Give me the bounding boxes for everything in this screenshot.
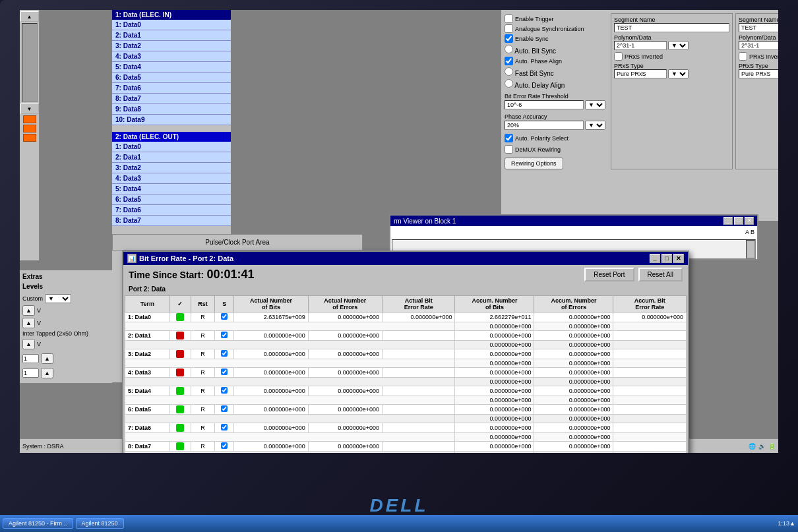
channel-item-data4-ana[interactable]: 5: Data4: [112, 184, 231, 194]
seg2-name-value[interactable]: TEST: [739, 23, 778, 32]
cell-rst[interactable]: R: [191, 368, 214, 378]
up-btn-3[interactable]: ▲: [22, 339, 35, 349]
reset-port-btn[interactable]: Reset Port: [584, 268, 634, 281]
auto-polarity-cb[interactable]: [505, 134, 513, 142]
seg1-name-label: Segment Name: [614, 16, 729, 23]
status-icons: 🌐 🔊 🔋: [749, 443, 776, 450]
ber-data-table: Term ✓ Rst S Actual Number of Bits: [125, 295, 687, 453]
ber-threshold-select[interactable]: ▼: [585, 100, 605, 109]
input-field-2[interactable]: [22, 369, 39, 378]
auto-delay-radio[interactable]: [505, 79, 513, 88]
enable-trigger-cb[interactable]: [505, 15, 513, 23]
cell-rst[interactable]: R: [191, 405, 214, 415]
ber-header-bar: Time Since Start: 00:01:41 Reset Port Re…: [123, 265, 688, 284]
up-btn-1[interactable]: ▲: [22, 305, 35, 316]
seg1-prxs-cb[interactable]: [614, 52, 623, 61]
channel-item-data1-ana[interactable]: 2: Data1: [112, 152, 231, 163]
rewiring-options-btn[interactable]: Rewiring Options: [505, 158, 563, 169]
spin-up-2[interactable]: ▲: [41, 368, 53, 378]
cell-empty: [125, 359, 455, 368]
ber-threshold-input[interactable]: 10^-6: [505, 100, 584, 109]
seg1-poly-select[interactable]: ▼: [668, 41, 689, 50]
channel-item-data2-ana[interactable]: 3: Data2: [112, 163, 231, 173]
segment-panel-1: Segment Name TEST Polynom/Data 2^31-1 ▼: [611, 13, 733, 169]
seg1-name-value[interactable]: TEST: [614, 23, 729, 32]
channel-item-data0-gen[interactable]: 1: Data0: [112, 20, 231, 30]
reset-all-btn[interactable]: Reset All: [638, 268, 683, 281]
channel-item-data6-ana[interactable]: 7: Data6: [112, 205, 231, 216]
enable-sync-cb[interactable]: [505, 34, 513, 43]
channel-item-data7-gen[interactable]: 8: Data7: [112, 94, 231, 104]
cell-s[interactable]: [215, 442, 234, 452]
cell-actual-ber: [382, 331, 454, 341]
channel-item-data7-ana[interactable]: 8: Data7: [112, 216, 231, 226]
ber-titlebar: 📊 Bit Error Rate - Port 2: Data _ □ ✕: [123, 252, 688, 265]
cell-accum-errors: 0.000000e+000: [534, 331, 613, 341]
up-btn-2[interactable]: ▲: [22, 318, 35, 328]
cell-rst[interactable]: R: [191, 312, 214, 322]
cell-s[interactable]: [215, 405, 234, 415]
cell-s[interactable]: [215, 386, 234, 396]
cell-rst[interactable]: R: [191, 423, 214, 433]
cell-rst[interactable]: R: [191, 386, 214, 396]
cell-s[interactable]: [215, 312, 234, 322]
seg2-name-label: Segment Name: [739, 16, 778, 23]
cell-rst[interactable]: R: [191, 349, 214, 359]
scroll-down-btn[interactable]: ▼: [20, 103, 39, 114]
taskbar-btn-firm[interactable]: Agilent 81250 - Firm...: [3, 518, 73, 529]
cell-rst[interactable]: R: [191, 331, 214, 341]
fast-bit-sync-radio[interactable]: [505, 67, 513, 76]
ber-maximize-btn[interactable]: □: [661, 254, 672, 263]
channel-item-data5-ana[interactable]: 6: Data5: [112, 194, 231, 205]
phase-accuracy-select[interactable]: ▼: [585, 121, 605, 130]
channel-item-data3-ana[interactable]: 4: Data3: [112, 173, 231, 184]
cell-led: [169, 368, 191, 378]
enable-trigger-row: Enable Trigger: [505, 15, 605, 23]
seg1-poly-value[interactable]: 2^31-1: [614, 41, 667, 50]
demux-rewiring-cb[interactable]: [505, 145, 513, 154]
viewer-scrollbar[interactable]: [746, 240, 755, 258]
channel-item-data6-gen[interactable]: 7: Data6: [112, 83, 231, 94]
spin-up-1[interactable]: ▲: [41, 353, 53, 364]
cell-s[interactable]: [215, 423, 234, 433]
auto-polarity-row: Auto. Polarity Select: [505, 134, 605, 142]
cell-empty: [125, 452, 455, 454]
channel-item-data8-gen[interactable]: 9: Data8: [112, 104, 231, 115]
channel-item-data3-gen[interactable]: 4: Data3: [112, 51, 231, 62]
phase-accuracy-input[interactable]: 20%: [505, 121, 584, 130]
seg1-prxs-type-value[interactable]: Pure PRxS: [614, 69, 667, 78]
auto-sync-cb[interactable]: [505, 24, 513, 33]
viewer-min-btn[interactable]: _: [723, 217, 733, 225]
cell-s[interactable]: [215, 331, 234, 341]
channel-item-data2-gen[interactable]: 3: Data2: [112, 41, 231, 51]
cell-accum-errors: 0.000000e+000: [534, 442, 613, 452]
viewer-titlebar: rm Viewer on Block 1 _ □ ✕: [390, 216, 757, 226]
volume-icon: 🔊: [758, 443, 766, 450]
viewer-close-btn[interactable]: ✕: [745, 217, 754, 225]
cell-led: [169, 331, 191, 341]
seg1-prxs-type-select[interactable]: ▼: [668, 69, 689, 78]
cell-s[interactable]: [215, 349, 234, 359]
channel-item-data5-gen[interactable]: 6: Data5: [112, 73, 231, 83]
channel-item-data9-gen[interactable]: 10: Data9: [112, 115, 231, 125]
table-row: 5: Data4 R 0.000000e+000 0.000000e+000 0…: [125, 386, 687, 396]
channel-item-data4-gen[interactable]: 5: Data4: [112, 62, 231, 73]
cell-rst[interactable]: R: [191, 442, 214, 452]
seg2-poly-value[interactable]: 2^31-1: [739, 41, 778, 50]
auto-phase-cb[interactable]: [505, 57, 513, 65]
ber-close-btn[interactable]: ✕: [673, 254, 684, 263]
channel-item-data0-ana[interactable]: 1: Data0: [112, 142, 231, 152]
seg2-prxs-cb[interactable]: [739, 52, 747, 61]
auto-bit-sync-radio[interactable]: [505, 45, 513, 53]
input-field-1[interactable]: [22, 354, 39, 363]
scroll-up-btn[interactable]: ▲: [20, 11, 39, 22]
ber-minimize-btn[interactable]: _: [650, 254, 660, 263]
col-accum-errors: Accum. Number of Errors: [534, 296, 613, 312]
viewer-max-btn[interactable]: □: [734, 217, 743, 225]
taskbar-btn-agilent[interactable]: Agilent 81250: [76, 518, 124, 529]
channel-item-data1-gen[interactable]: 2: Data1: [112, 30, 231, 41]
custom-select[interactable]: ▼: [45, 294, 71, 303]
seg2-prxs-type-value[interactable]: Pure PRxS: [739, 69, 778, 78]
cell-s[interactable]: [215, 368, 234, 378]
table-subrow: 0.000000e+000 0.000000e+000: [125, 378, 687, 386]
